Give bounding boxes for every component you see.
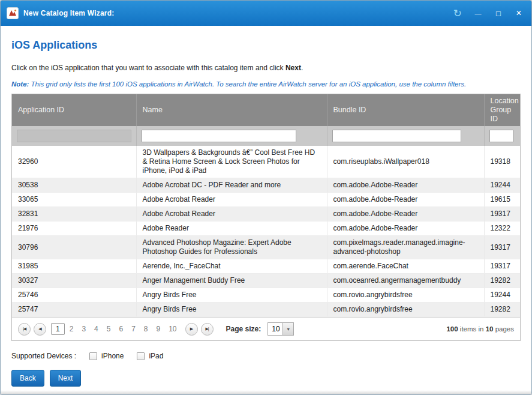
page-1-button[interactable]: 1 [51, 323, 65, 335]
applications-grid: Application ID Name Bundle ID Location G… [11, 94, 521, 341]
cell-location-group-id: 19282 [484, 274, 520, 288]
cell-location-group-id: 19244 [484, 178, 520, 193]
page-size-label: Page size: [226, 325, 262, 333]
page-title: iOS Applications [11, 39, 521, 52]
cell-bundle-id: com.adobe.Adobe-Reader [327, 178, 484, 193]
cell-application-id: 32831 [12, 207, 136, 222]
note-text: Note: This grid only lists the first 100… [11, 80, 521, 88]
ipad-checkbox[interactable]: iPad [137, 352, 163, 360]
table-row[interactable]: 30327 Anger Management Buddy Free com.oc… [12, 274, 520, 288]
table-row[interactable]: 33065 Adobe Acrobat Reader com.adobe.Ado… [12, 193, 520, 207]
table-row[interactable]: 25747 Angry Birds Free com.rovio.angrybi… [12, 303, 520, 317]
table-row[interactable]: 30538 Adobe Acrobat DC - PDF Reader and … [12, 178, 520, 193]
next-page-button[interactable]: ▶ [185, 323, 198, 336]
last-page-button[interactable]: ▶| [201, 323, 214, 336]
cell-application-id: 25747 [12, 303, 136, 317]
page-9-button[interactable]: 9 [153, 324, 164, 334]
cell-location-group-id: 19244 [484, 288, 520, 303]
window-title: New Catalog Item Wizard: [23, 9, 114, 17]
prev-page-button[interactable]: ◀ [34, 323, 46, 336]
filter-name-input[interactable] [142, 130, 296, 142]
cell-name: Adobe Acrobat Reader [136, 207, 327, 222]
cell-name: Adobe Reader [136, 222, 327, 236]
table-row[interactable]: 21976 Adobe Reader com.adobe.Adobe-Reade… [12, 222, 520, 236]
cell-bundle-id: com.riseuplabs.iWallpaper018 [327, 146, 484, 178]
filter-application-id-input[interactable] [17, 130, 131, 142]
column-header-bundle-id[interactable]: Bundle ID [327, 94, 484, 126]
filter-bundle-id-input[interactable] [332, 130, 461, 142]
cell-name: Adobe Acrobat Reader [136, 193, 327, 207]
cell-bundle-id: com.rovio.angrybirdsfree [327, 288, 484, 303]
cell-name: Aerende, Inc._FaceChat [136, 259, 327, 274]
cell-bundle-id: com.pixelmags.reader.managed.imagine-adv… [327, 236, 484, 259]
minimize-icon[interactable]: — [474, 10, 482, 17]
cell-bundle-id: com.aerende.FaceChat [327, 259, 484, 274]
summary-suffix: pages [493, 325, 514, 333]
cell-bundle-id: com.oceanred.angermanagementbuddy [327, 274, 484, 288]
page-number-list: 12345678910 [51, 323, 181, 335]
filter-location-group-id-input[interactable] [489, 130, 513, 142]
cell-name: Adobe Acrobat DC - PDF Reader and more [136, 178, 327, 193]
table-row[interactable]: 32831 Adobe Acrobat Reader com.adobe.Ado… [12, 207, 520, 222]
page-2-button[interactable]: 2 [66, 324, 77, 334]
cell-bundle-id: com.adobe.Adobe-Reader [327, 207, 484, 222]
instruction-text: Click on the iOS application that you wa… [11, 64, 521, 72]
table-row[interactable]: 30796 Advanced Photoshop Magazine: Exper… [12, 236, 520, 259]
page-size-select[interactable]: 10 ▼ [267, 322, 294, 336]
cell-name: Advanced Photoshop Magazine: Expert Adob… [136, 236, 327, 259]
cell-location-group-id: 19615 [484, 193, 520, 207]
column-header-application-id[interactable]: Application ID [12, 94, 136, 126]
supported-devices-row: Supported Devices : iPhone iPad [11, 352, 521, 360]
wizard-buttons: Back Next [11, 370, 521, 387]
close-icon[interactable]: × [515, 8, 523, 18]
dropdown-arrow-icon[interactable]: ▼ [282, 323, 293, 335]
table-row[interactable]: 31985 Aerende, Inc._FaceChat com.aerende… [12, 259, 520, 274]
cell-application-id: 30538 [12, 178, 136, 193]
iphone-checkbox-label: iPhone [101, 352, 124, 360]
page-size-value: 10 [268, 323, 282, 335]
cell-location-group-id: 19317 [484, 207, 520, 222]
applications-table: Application ID Name Bundle ID Location G… [12, 94, 520, 317]
checkbox-unchecked-icon [89, 352, 97, 360]
pager: |◀ ◀ 12345678910 ▶ ▶| Page size: 10 ▼ 10… [12, 317, 520, 340]
window-controls: ↻ — □ × [453, 8, 523, 19]
cell-location-group-id: 19317 [484, 259, 520, 274]
supported-devices-label: Supported Devices : [11, 352, 76, 360]
table-row[interactable]: 25746 Angry Birds Free com.rovio.angrybi… [12, 288, 520, 303]
cell-location-group-id: 12322 [484, 222, 520, 236]
page-6-button[interactable]: 6 [115, 324, 127, 334]
cell-name: 3D Wallpapers & Backgrounds â€” Cool Bes… [136, 146, 327, 178]
instruction-suffix: . [301, 64, 303, 72]
instruction-prefix: Click on the iOS application that you wa… [11, 64, 285, 72]
wizard-window: New Catalog Item Wizard: ↻ — □ × iOS App… [0, 0, 532, 395]
page-10-button[interactable]: 10 [165, 324, 180, 334]
page-3-button[interactable]: 3 [78, 324, 89, 334]
table-header-row: Application ID Name Bundle ID Location G… [12, 94, 520, 126]
page-5-button[interactable]: 5 [103, 324, 115, 334]
cell-application-id: 31985 [12, 259, 136, 274]
summary-mid: items in [458, 325, 486, 333]
cell-bundle-id: com.adobe.Adobe-Reader [327, 222, 484, 236]
cell-application-id: 32960 [12, 146, 136, 178]
items-summary: 100 items in 10 pages [446, 325, 514, 333]
table-row[interactable]: 32960 3D Wallpapers & Backgrounds â€” Co… [12, 146, 520, 178]
page-4-button[interactable]: 4 [91, 324, 102, 334]
next-button[interactable]: Next [50, 370, 82, 387]
maximize-icon[interactable]: □ [494, 10, 503, 17]
first-page-button[interactable]: |◀ [18, 323, 31, 336]
page-8-button[interactable]: 8 [140, 324, 152, 334]
iphone-checkbox[interactable]: iPhone [89, 352, 124, 360]
checkbox-unchecked-icon [137, 352, 145, 360]
cell-location-group-id: 19282 [484, 303, 520, 317]
refresh-icon[interactable]: ↻ [453, 8, 462, 19]
titlebar: New Catalog Item Wizard: ↻ — □ × [1, 1, 531, 26]
page-7-button[interactable]: 7 [128, 324, 139, 334]
cell-application-id: 30796 [12, 236, 136, 259]
column-header-location-group-id[interactable]: Location Group ID [484, 94, 520, 126]
column-header-name[interactable]: Name [136, 94, 327, 126]
back-button[interactable]: Back [11, 370, 44, 387]
cell-bundle-id: com.rovio.angrybirdsfree [327, 303, 484, 317]
cell-application-id: 33065 [12, 193, 136, 207]
note-label: Note: [11, 80, 29, 88]
instruction-next-word: Next [285, 64, 301, 72]
